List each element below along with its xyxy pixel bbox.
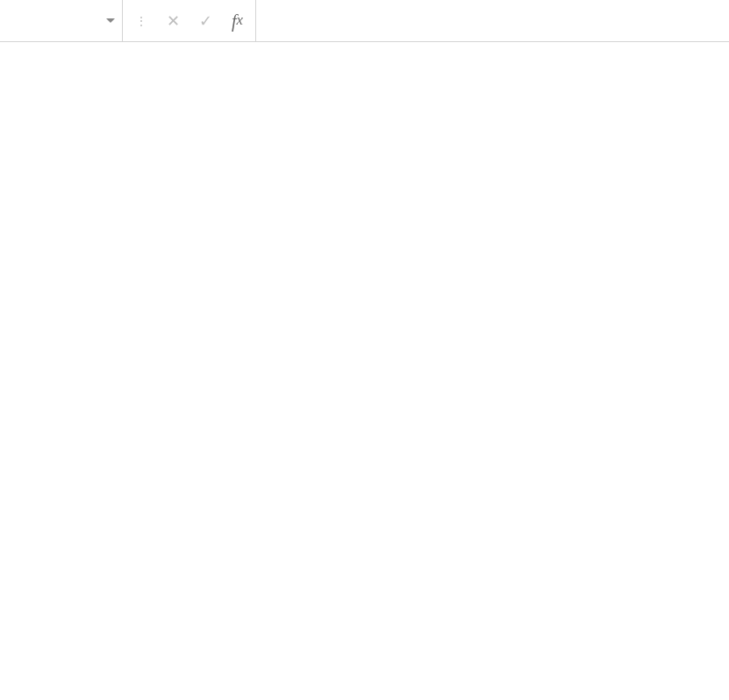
name-box[interactable]	[0, 0, 123, 41]
cancel-icon[interactable]: ✕	[167, 13, 180, 29]
expand-icon[interactable]: ⋮	[135, 15, 147, 27]
enter-icon[interactable]: ✓	[199, 13, 212, 29]
name-box-dropdown-icon[interactable]	[106, 18, 115, 23]
formula-bar-buttons: ⋮ ✕ ✓ fx	[123, 0, 256, 41]
fx-icon[interactable]: fx	[232, 12, 243, 30]
formula-bar: ⋮ ✕ ✓ fx	[0, 0, 729, 42]
